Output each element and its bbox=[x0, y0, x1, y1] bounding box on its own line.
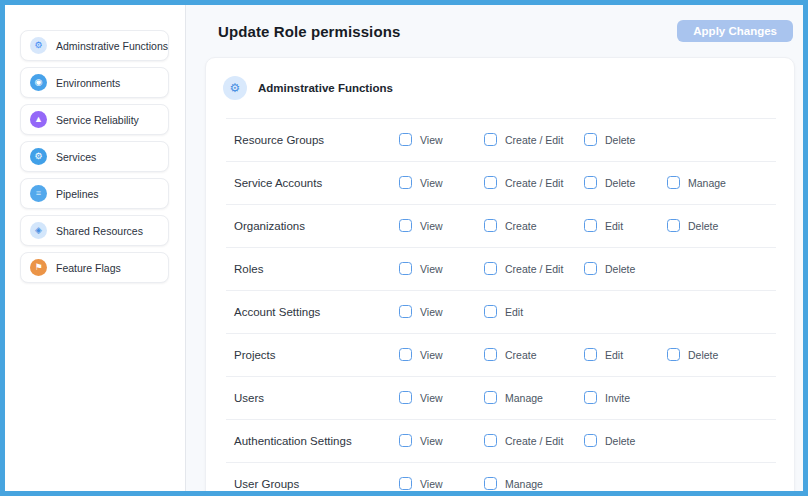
permission-option[interactable]: View bbox=[399, 176, 484, 189]
checkbox-unchecked[interactable] bbox=[584, 434, 597, 447]
permission-resource-label: User Groups bbox=[234, 478, 399, 490]
checkbox-unchecked[interactable] bbox=[584, 262, 597, 275]
checkbox-unchecked[interactable] bbox=[484, 305, 497, 318]
checkbox-unchecked[interactable] bbox=[399, 434, 412, 447]
checkbox-unchecked[interactable] bbox=[399, 133, 412, 146]
checkbox-label: Delete bbox=[605, 177, 635, 189]
permission-option[interactable]: Delete bbox=[584, 434, 667, 447]
permission-option[interactable]: Manage bbox=[667, 176, 767, 189]
sidebar-nav: ⚙ Adminstrative Functions ◉ Environments… bbox=[20, 30, 185, 283]
diamond-icon: ◈ bbox=[30, 222, 47, 239]
permission-option[interactable]: Manage bbox=[484, 477, 584, 490]
permission-option[interactable]: Edit bbox=[584, 348, 667, 361]
checkbox-unchecked[interactable] bbox=[584, 176, 597, 189]
globe-icon: ◉ bbox=[30, 74, 47, 91]
permission-option[interactable]: Create bbox=[484, 219, 584, 232]
checkbox-unchecked[interactable] bbox=[399, 391, 412, 404]
checkbox-unchecked[interactable] bbox=[484, 434, 497, 447]
permission-row: Users ViewManageInvite bbox=[206, 376, 794, 419]
checkbox-unchecked[interactable] bbox=[584, 391, 597, 404]
permissions-card-title: Adminstrative Functions bbox=[258, 82, 393, 94]
permission-option[interactable]: View bbox=[399, 219, 484, 232]
sidebar-item-administrative-functions[interactable]: ⚙ Adminstrative Functions bbox=[20, 30, 169, 61]
permission-option[interactable]: Create bbox=[484, 348, 584, 361]
permission-resource-label: Authentication Settings bbox=[234, 435, 399, 447]
main-content: Update Role permissions Apply Changes ⚙ … bbox=[186, 5, 803, 491]
gear-icon: ⚙ bbox=[30, 148, 47, 165]
permission-option[interactable]: Manage bbox=[484, 391, 584, 404]
page-title: Update Role permissions bbox=[218, 23, 400, 40]
checkbox-unchecked[interactable] bbox=[584, 348, 597, 361]
sidebar-item-label: Shared Resources bbox=[56, 225, 143, 237]
sidebar-item-environments[interactable]: ◉ Environments bbox=[20, 67, 169, 98]
checkbox-unchecked[interactable] bbox=[484, 477, 497, 490]
permission-option[interactable]: View bbox=[399, 305, 484, 318]
checkbox-label: Manage bbox=[505, 478, 543, 490]
checkbox-label: Edit bbox=[505, 306, 523, 318]
permission-option[interactable]: View bbox=[399, 262, 484, 275]
permission-option[interactable]: View bbox=[399, 434, 484, 447]
checkbox-unchecked[interactable] bbox=[584, 219, 597, 232]
sidebar-item-label: Pipelines bbox=[56, 188, 99, 200]
permission-option[interactable]: Invite bbox=[584, 391, 667, 404]
checkbox-label: View bbox=[420, 220, 443, 232]
gear-icon: ⚙ bbox=[223, 76, 247, 100]
checkbox-unchecked[interactable] bbox=[399, 305, 412, 318]
sidebar-item-feature-flags[interactable]: ⚑ Feature Flags bbox=[20, 252, 169, 283]
sidebar-item-shared-resources[interactable]: ◈ Shared Resources bbox=[20, 215, 169, 246]
permission-option[interactable]: View bbox=[399, 477, 484, 490]
checkbox-label: Edit bbox=[605, 220, 623, 232]
checkbox-unchecked[interactable] bbox=[584, 133, 597, 146]
permission-option[interactable]: Delete bbox=[584, 133, 667, 146]
permission-option[interactable]: Create / Edit bbox=[484, 434, 584, 447]
permission-row: Roles ViewCreate / EditDelete bbox=[206, 247, 794, 290]
shield-icon: ▲ bbox=[30, 111, 47, 128]
permission-row: Projects ViewCreateEditDelete bbox=[206, 333, 794, 376]
checkbox-unchecked[interactable] bbox=[399, 348, 412, 361]
checkbox-unchecked[interactable] bbox=[484, 348, 497, 361]
checkbox-unchecked[interactable] bbox=[399, 262, 412, 275]
checkbox-unchecked[interactable] bbox=[667, 348, 680, 361]
permission-row: User Groups ViewManage bbox=[206, 462, 794, 491]
permission-option[interactable]: Create / Edit bbox=[484, 262, 584, 275]
sidebar-item-pipelines[interactable]: ≡ Pipelines bbox=[20, 178, 169, 209]
permission-resource-label: Projects bbox=[234, 349, 399, 361]
permissions-card-header: ⚙ Adminstrative Functions bbox=[206, 58, 794, 118]
flag-icon: ⚑ bbox=[30, 259, 47, 276]
pipeline-icon: ≡ bbox=[30, 185, 47, 202]
permission-option[interactable]: Delete bbox=[584, 176, 667, 189]
permission-option[interactable]: Edit bbox=[584, 219, 667, 232]
checkbox-label: View bbox=[420, 134, 443, 146]
permission-option[interactable]: Create / Edit bbox=[484, 176, 584, 189]
page-header: Update Role permissions Apply Changes bbox=[186, 5, 803, 57]
checkbox-unchecked[interactable] bbox=[484, 391, 497, 404]
permission-option[interactable]: View bbox=[399, 391, 484, 404]
sidebar-item-services[interactable]: ⚙ Services bbox=[20, 141, 169, 172]
checkbox-unchecked[interactable] bbox=[667, 219, 680, 232]
permission-option[interactable]: View bbox=[399, 348, 484, 361]
sidebar-item-label: Service Reliability bbox=[56, 114, 139, 126]
sidebar-item-service-reliability[interactable]: ▲ Service Reliability bbox=[20, 104, 169, 135]
permission-option[interactable]: Delete bbox=[584, 262, 667, 275]
checkbox-unchecked[interactable] bbox=[399, 477, 412, 490]
checkbox-unchecked[interactable] bbox=[484, 262, 497, 275]
permission-option[interactable]: View bbox=[399, 133, 484, 146]
checkbox-label: Create bbox=[505, 349, 537, 361]
checkbox-label: View bbox=[420, 478, 443, 490]
permission-option[interactable]: Edit bbox=[484, 305, 584, 318]
apply-changes-button[interactable]: Apply Changes bbox=[677, 20, 793, 42]
checkbox-unchecked[interactable] bbox=[399, 219, 412, 232]
checkbox-unchecked[interactable] bbox=[484, 176, 497, 189]
sidebar-item-label: Services bbox=[56, 151, 96, 163]
permission-option[interactable]: Delete bbox=[667, 348, 767, 361]
permission-option[interactable]: Delete bbox=[667, 219, 767, 232]
permission-resource-label: Users bbox=[234, 392, 399, 404]
checkbox-unchecked[interactable] bbox=[484, 219, 497, 232]
checkbox-label: Delete bbox=[605, 263, 635, 275]
checkbox-unchecked[interactable] bbox=[484, 133, 497, 146]
checkbox-unchecked[interactable] bbox=[399, 176, 412, 189]
permission-option[interactable]: Create / Edit bbox=[484, 133, 584, 146]
checkbox-label: Delete bbox=[688, 220, 718, 232]
permission-row: Service Accounts ViewCreate / EditDelete… bbox=[206, 161, 794, 204]
checkbox-unchecked[interactable] bbox=[667, 176, 680, 189]
